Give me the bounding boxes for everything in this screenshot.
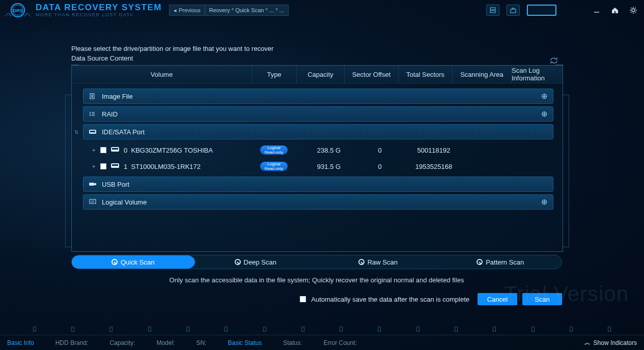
svg-rect-4 bbox=[490, 11, 495, 13]
home-button[interactable] bbox=[609, 5, 621, 16]
drive-row[interactable]: + 0 KBG30ZMT256G TOSHIBA LogicalRead-onl… bbox=[83, 142, 553, 158]
svg-rect-24 bbox=[89, 183, 94, 186]
logo-emblem-icon: DRS bbox=[4, 1, 32, 20]
volume-icon: LV bbox=[89, 198, 98, 206]
scan-ring-icon bbox=[477, 259, 483, 265]
drive-name: 0 KBG30ZMT256G TOSHIBA bbox=[124, 147, 260, 154]
header-scan-log[interactable]: Scan Log Information bbox=[512, 66, 563, 83]
svg-rect-23 bbox=[112, 164, 118, 166]
title-bar: DRS DATA RECOVERY SYSTEM MORE THAN RECOV… bbox=[0, 0, 644, 20]
drive-offset: 0 bbox=[353, 147, 407, 154]
breadcrumb-trail[interactable]: Reovery ° Quick Scan ° ... ° ... bbox=[205, 5, 288, 15]
document-icon bbox=[89, 93, 98, 100]
app-logo: DRS DATA RECOVERY SYSTEM MORE THAN RECOV… bbox=[4, 1, 162, 20]
expand-icon[interactable]: + bbox=[92, 163, 97, 169]
chevron-left-icon: ◂ bbox=[174, 7, 177, 14]
usb-icon bbox=[89, 181, 98, 187]
autosave-label: Automatically save the data after the sc… bbox=[311, 296, 469, 303]
svg-rect-5 bbox=[511, 9, 516, 13]
settings-button[interactable] bbox=[628, 5, 639, 16]
panel-bracket-left bbox=[65, 95, 71, 247]
mode-quick-scan[interactable]: Quick Scan bbox=[72, 255, 194, 269]
breadcrumb-previous-button[interactable]: ◂ Previous bbox=[170, 5, 205, 15]
status-hdd-brand: HDD Brand: bbox=[55, 339, 89, 346]
group-label: RAID bbox=[102, 110, 118, 118]
drive-type-badge: LogicalRead-only bbox=[260, 162, 288, 171]
toolbar-button-highlighted[interactable] bbox=[527, 5, 556, 16]
status-capacity: Capacity: bbox=[109, 339, 135, 346]
header-capacity[interactable]: Capacity bbox=[297, 66, 345, 83]
svg-point-14 bbox=[90, 115, 91, 116]
collapse-icon[interactable]: ⇅ bbox=[74, 129, 78, 135]
autosave-checkbox[interactable] bbox=[300, 296, 306, 302]
add-icon[interactable]: ⊕ bbox=[541, 197, 548, 207]
add-icon[interactable]: ⊕ bbox=[541, 92, 548, 101]
panel-subtitle: Data Source Content bbox=[71, 54, 563, 62]
expand-icon[interactable]: + bbox=[92, 147, 97, 153]
status-model: Model: bbox=[156, 339, 175, 346]
toolbar-button-2[interactable] bbox=[507, 5, 520, 16]
server-icon bbox=[489, 7, 496, 14]
svg-point-13 bbox=[90, 113, 91, 114]
mode-label: Pattern Scan bbox=[486, 258, 524, 266]
cancel-button[interactable]: Cancel bbox=[478, 293, 517, 305]
drive-name: 1 ST1000LM035-1RK172 bbox=[124, 163, 260, 170]
breadcrumb-previous-label: Previous bbox=[179, 7, 201, 13]
drive-capacity: 931.5 G bbox=[305, 163, 353, 170]
svg-text:DRS: DRS bbox=[13, 8, 22, 13]
briefcase-icon bbox=[510, 7, 517, 14]
svg-text:LV: LV bbox=[91, 200, 94, 203]
status-basic-status[interactable]: Basic Status bbox=[228, 339, 262, 346]
mode-pattern-scan[interactable]: Pattern Scan bbox=[439, 255, 562, 269]
header-type[interactable]: Type bbox=[252, 66, 297, 83]
svg-point-12 bbox=[90, 112, 91, 113]
status-bar: Basic Info HDD Brand: Capacity: Model: S… bbox=[0, 335, 644, 350]
app-subtitle: MORE THAN RECOVER LOST DATA bbox=[36, 13, 162, 17]
group-label: IDE/SATA Port bbox=[102, 128, 145, 136]
gear-icon bbox=[629, 6, 637, 14]
header-sector-offset[interactable]: Sector Offset bbox=[345, 66, 399, 83]
scan-button[interactable]: Scan bbox=[522, 293, 562, 305]
drive-checkbox[interactable] bbox=[100, 163, 106, 169]
main-panel: Please select the drive/partition or ima… bbox=[71, 45, 563, 305]
drive-capacity: 238.5 G bbox=[305, 147, 353, 154]
toolbar-button-1[interactable] bbox=[486, 5, 499, 16]
mode-label: Deep Scan bbox=[244, 258, 276, 266]
scan-ring-icon bbox=[111, 259, 118, 265]
app-title: DATA RECOVERY SYSTEM bbox=[36, 3, 162, 12]
scan-ring-icon bbox=[358, 259, 365, 265]
add-icon[interactable]: ⊕ bbox=[541, 109, 548, 119]
chevron-up-icon: ︽ bbox=[584, 338, 591, 347]
action-row: Automatically save the data after the sc… bbox=[71, 293, 562, 305]
group-usb-port[interactable]: USB Port bbox=[83, 177, 553, 192]
drive-total-sectors: 500118192 bbox=[407, 147, 461, 154]
hdd-icon bbox=[110, 146, 121, 154]
group-image-file[interactable]: Image File ⊕ bbox=[83, 89, 553, 104]
drive-row[interactable]: + 1 ST1000LM035-1RK172 LogicalRead-only … bbox=[83, 158, 553, 174]
hdd-icon bbox=[110, 162, 121, 170]
mode-deep-scan[interactable]: Deep Scan bbox=[194, 255, 317, 269]
drive-checkbox[interactable] bbox=[100, 147, 106, 153]
group-raid[interactable]: RAID ⊕ bbox=[83, 106, 553, 122]
minimize-icon bbox=[593, 7, 600, 14]
mode-label: Quick Scan bbox=[121, 258, 154, 266]
show-indicators-label: Show Indicators bbox=[594, 339, 637, 346]
mode-description: Only scan the accessible data in the fil… bbox=[71, 276, 562, 284]
group-ide-sata[interactable]: ⇅ IDE/SATA Port bbox=[83, 124, 553, 139]
group-label: Image File bbox=[102, 93, 133, 100]
svg-rect-25 bbox=[94, 183, 96, 185]
header-total-sectors[interactable]: Total Sectors bbox=[399, 66, 453, 83]
show-indicators-button[interactable]: ︽ Show Indicators bbox=[584, 338, 637, 347]
status-basic-info[interactable]: Basic Info bbox=[7, 339, 34, 346]
table-header-row: Volume Type Capacity Sector Offset Total… bbox=[72, 65, 563, 83]
header-volume[interactable]: Volume bbox=[72, 66, 252, 83]
refresh-button[interactable] bbox=[548, 56, 560, 65]
indicator-ticks bbox=[0, 327, 644, 332]
header-scanning-area[interactable]: Scanning Area bbox=[453, 66, 512, 83]
group-logical-volume[interactable]: LV Logical Volume ⊕ bbox=[83, 194, 553, 210]
mode-raw-scan[interactable]: Raw Scan bbox=[317, 255, 439, 269]
svg-rect-3 bbox=[490, 8, 495, 10]
svg-rect-19 bbox=[90, 131, 95, 132]
svg-rect-6 bbox=[594, 12, 599, 13]
minimize-button[interactable] bbox=[591, 5, 602, 16]
